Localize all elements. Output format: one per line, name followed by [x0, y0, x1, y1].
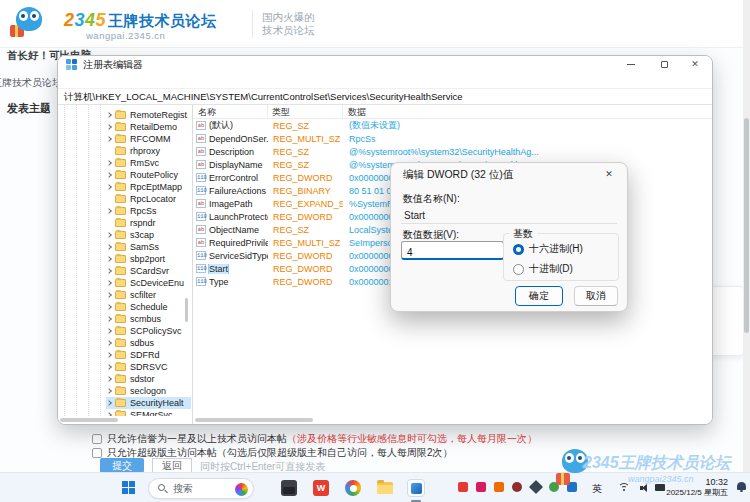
tree-item[interactable]: sdbus: [106, 337, 191, 349]
tray-app-icon[interactable]: [549, 482, 559, 492]
taskbar-search[interactable]: 搜索: [148, 478, 254, 499]
taskbar-clock[interactable]: 10:32 2025/12/5 星期五: [660, 477, 728, 498]
tree-item[interactable]: SecurityHealt: [106, 397, 191, 409]
tree-item[interactable]: SEMgrSvc: [106, 409, 191, 416]
ime-language-indicator[interactable]: 英: [592, 482, 602, 496]
tree-item[interactable]: RetailDemo: [106, 121, 191, 133]
taskbar-active-app-icon[interactable]: [407, 479, 425, 497]
tree-item[interactable]: Schedule: [106, 301, 191, 313]
tree-item[interactable]: SCardSvr: [106, 265, 191, 277]
search-highlights-icon[interactable]: [235, 483, 248, 496]
chevron-right-icon[interactable]: [106, 124, 112, 130]
tray-app-icon[interactable]: [529, 480, 543, 494]
radio-selected-icon[interactable]: [513, 244, 524, 255]
minimize-button[interactable]: [616, 56, 646, 73]
back-button[interactable]: 返回: [152, 458, 192, 473]
chevron-right-icon[interactable]: [106, 352, 112, 358]
regedit-titlebar[interactable]: 注册表编辑器 ✕: [58, 56, 712, 73]
scrollbar-thumb[interactable]: [744, 118, 749, 333]
column-header-data[interactable]: 数据: [343, 105, 712, 118]
value-data-input[interactable]: [402, 245, 503, 261]
tree-item[interactable]: rspndr: [106, 217, 191, 229]
folder-icon: [115, 147, 126, 155]
windows-start-button[interactable]: [122, 481, 135, 494]
maximize-button[interactable]: [649, 56, 679, 73]
dialog-close-icon[interactable]: ✕: [600, 167, 618, 181]
taskbar-explorer-icon[interactable]: [377, 482, 393, 494]
taskbar-wps-icon[interactable]: W: [313, 480, 329, 496]
tree-item[interactable]: sdstor: [106, 373, 191, 385]
chevron-right-icon[interactable]: [106, 292, 112, 298]
radio-row-hex[interactable]: 十六进制(H): [513, 242, 583, 256]
radio-row-dec[interactable]: 十进制(D): [513, 262, 573, 276]
chevron-right-icon[interactable]: [106, 412, 112, 416]
chevron-right-icon[interactable]: [106, 172, 112, 178]
tray-app-icon[interactable]: [512, 482, 522, 492]
tree-item[interactable]: RoutePolicy: [106, 169, 191, 181]
chevron-right-icon[interactable]: [106, 388, 112, 394]
column-header-name[interactable]: 名称: [193, 105, 268, 118]
chevron-right-icon[interactable]: [106, 244, 112, 250]
chevron-right-icon[interactable]: [106, 208, 112, 214]
tree-item[interactable]: SDRSVC: [106, 361, 191, 373]
chevron-right-icon[interactable]: [106, 304, 112, 310]
tree-item[interactable]: sbp2port: [106, 253, 191, 265]
tree-item[interactable]: RpcSs: [106, 205, 191, 217]
tree-item[interactable]: SDFRd: [106, 349, 191, 361]
notification-bell-icon[interactable]: [737, 482, 746, 490]
taskbar-browser-icon[interactable]: [345, 480, 361, 496]
chevron-right-icon[interactable]: [106, 280, 112, 286]
forum-logo[interactable]: 2345王牌技术员论坛: [64, 10, 217, 31]
tree-item[interactable]: RemoteRegist: [106, 109, 191, 121]
tree-item[interactable]: SamSs: [106, 241, 191, 253]
tree-item[interactable]: scfilter: [106, 289, 191, 301]
value-data-field[interactable]: [401, 241, 504, 260]
tree-item[interactable]: RmSvc: [106, 157, 191, 169]
browser-scrollbar[interactable]: [743, 0, 750, 472]
close-button[interactable]: ✕: [680, 56, 710, 73]
tree-item[interactable]: RpcEptMapp: [106, 181, 191, 193]
tree-item[interactable]: ScDeviceEnu: [106, 277, 191, 289]
wifi-icon[interactable]: [618, 483, 630, 492]
values-hscrollbar-thumb[interactable]: [195, 418, 313, 422]
chevron-right-icon[interactable]: [106, 268, 112, 274]
chevron-right-icon[interactable]: [106, 184, 112, 190]
tree-item[interactable]: SCPolicySvc: [106, 325, 191, 337]
tree-item[interactable]: rhproxy: [106, 145, 191, 157]
tray-app-icon[interactable]: [458, 482, 468, 492]
chevron-right-icon[interactable]: [106, 340, 112, 346]
registry-value-row[interactable]: ab(默认) REG_SZ (数值未设置): [193, 119, 712, 132]
chevron-right-icon[interactable]: [106, 160, 112, 166]
tree-item[interactable]: RpcLocator: [106, 193, 191, 205]
cancel-button[interactable]: 取消: [574, 286, 618, 306]
registry-value-row[interactable]: abDependOnSer... REG_MULTI_SZ RpcSs: [193, 132, 712, 145]
registry-address-bar[interactable]: 计算机\HKEY_LOCAL_MACHINE\SYSTEM\CurrentCon…: [58, 88, 712, 105]
column-header-type[interactable]: 类型: [268, 105, 343, 118]
tree-item[interactable]: s3cap: [106, 229, 191, 241]
tree-scrollbar-thumb[interactable]: [185, 298, 188, 322]
chevron-right-icon[interactable]: [106, 112, 112, 118]
chevron-right-icon[interactable]: [106, 256, 112, 262]
tree-item[interactable]: RFCOMM: [106, 133, 191, 145]
chevron-right-icon[interactable]: [106, 364, 112, 370]
chevron-right-icon[interactable]: [106, 136, 112, 142]
checkbox[interactable]: [92, 448, 102, 458]
submit-button[interactable]: 提交: [100, 458, 144, 473]
chevron-right-icon[interactable]: [106, 376, 112, 382]
chevron-right-icon[interactable]: [106, 328, 112, 334]
tray-app-icon[interactable]: [476, 482, 486, 492]
tree-item[interactable]: scmbus: [106, 313, 191, 325]
chevron-right-icon[interactable]: [106, 232, 112, 238]
chevron-right-icon[interactable]: [106, 316, 112, 322]
ok-button[interactable]: 确定: [515, 286, 563, 306]
nav-tab-forum[interactable]: 王牌技术员论坛: [0, 76, 62, 90]
tree-hscrollbar-thumb[interactable]: [60, 418, 118, 422]
registry-value-row[interactable]: abDescription REG_SZ @%systemroot%\syste…: [193, 145, 712, 158]
tree-item[interactable]: seclogon: [106, 385, 191, 397]
tray-app-icon[interactable]: [567, 482, 577, 492]
taskbar-app-dark-icon[interactable]: [281, 480, 297, 496]
radio-unselected-icon[interactable]: [513, 264, 524, 275]
chevron-right-icon[interactable]: [106, 400, 112, 406]
tray-app-icon[interactable]: [494, 482, 504, 492]
checkbox[interactable]: [92, 434, 102, 444]
